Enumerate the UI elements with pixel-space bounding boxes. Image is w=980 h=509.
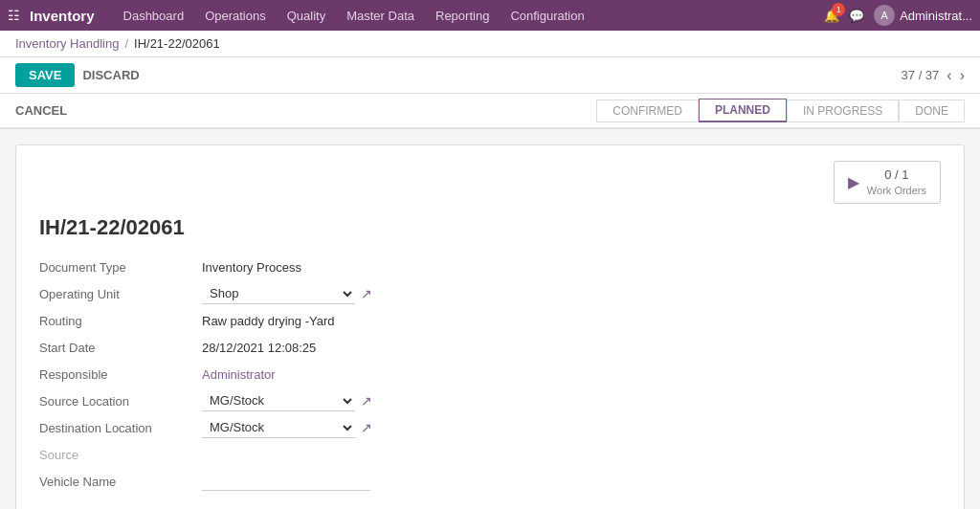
value-routing: Raw paddy drying -Yard <box>202 314 941 328</box>
work-orders-info: 0 / 1 Work Orders <box>867 167 926 197</box>
breadcrumb-current: IH/21-22/02061 <box>134 36 220 51</box>
source-location-ext-link[interactable]: ↗ <box>361 393 372 409</box>
user-label: Administrat... <box>900 9 972 23</box>
main-content: ▶ 0 / 1 Work Orders IH/21-22/02061 Docum… <box>0 129 980 509</box>
label-source-location: Source Location <box>39 394 202 409</box>
nav-configuration[interactable]: Configuration <box>501 5 593 27</box>
breadcrumb-parent[interactable]: Inventory Handling <box>15 36 119 51</box>
value-document-type: Inventory Process <box>202 260 941 275</box>
status-confirmed[interactable]: CONFIRMED <box>596 100 699 122</box>
work-orders-count: 0 / 1 <box>867 167 926 184</box>
field-document-type: Document Type Inventory Process <box>39 255 941 278</box>
app-title: Inventory <box>30 8 95 24</box>
label-routing: Routing <box>39 314 202 328</box>
app-grid-icon[interactable]: ☷ <box>8 8 20 23</box>
field-start-date: Start Date 28/12/2021 12:08:25 <box>39 336 941 359</box>
label-document-type: Document Type <box>39 260 202 275</box>
form-card: ▶ 0 / 1 Work Orders IH/21-22/02061 Docum… <box>15 144 965 509</box>
label-source: Source <box>39 448 202 462</box>
nav-quality[interactable]: Quality <box>278 5 335 27</box>
label-start-date: Start Date <box>39 341 202 355</box>
next-record-button[interactable]: › <box>960 67 965 84</box>
status-steps: CONFIRMED PLANNED IN PROGRESS DONE <box>596 99 965 122</box>
status-in-progress[interactable]: IN PROGRESS <box>787 100 899 122</box>
responsible-link[interactable]: Administrator <box>202 367 276 382</box>
field-routing: Routing Raw paddy drying -Yard <box>39 309 941 332</box>
field-vehicle-name: Vehicle Name <box>39 470 941 493</box>
field-operating-unit: Operating Unit Shop ↗ <box>39 282 941 305</box>
field-responsible: Responsible Administrator <box>39 363 941 386</box>
breadcrumb: Inventory Handling / IH/21-22/02061 <box>0 31 980 57</box>
nav-dashboard[interactable]: Dashboard <box>114 5 194 27</box>
save-button[interactable]: SAVE <box>15 63 75 87</box>
top-navigation: ☷ Inventory Dashboard Operations Quality… <box>0 0 980 31</box>
status-done[interactable]: DONE <box>899 100 965 122</box>
notification-icon[interactable]: 🔔 1 <box>824 9 839 23</box>
action-bar: SAVE DISCARD 37 / 37 ‹ › <box>0 57 980 94</box>
cancel-button[interactable]: CANCEL <box>15 103 67 118</box>
value-source-location: MG/Stock ↗ <box>202 390 941 411</box>
chat-icon[interactable]: 💬 <box>849 9 864 23</box>
avatar: A <box>874 5 895 26</box>
form-fields: Document Type Inventory Process Operatin… <box>39 255 941 493</box>
work-orders-area: ▶ 0 / 1 Work Orders <box>39 161 941 211</box>
work-orders-button[interactable]: ▶ 0 / 1 Work Orders <box>834 161 941 204</box>
field-destination-location: Destination Location MG/Stock ↗ <box>39 416 941 439</box>
play-icon: ▶ <box>848 173 859 191</box>
field-source: Source <box>39 443 941 466</box>
nav-reporting[interactable]: Reporting <box>426 5 499 27</box>
status-planned[interactable]: PLANNED <box>699 99 787 122</box>
record-position: 37 / 37 <box>902 68 940 82</box>
operating-unit-ext-link[interactable]: ↗ <box>361 286 372 301</box>
topbar-right: 🔔 1 💬 A Administrat... <box>824 5 972 26</box>
label-vehicle-name: Vehicle Name <box>39 475 202 489</box>
discard-button[interactable]: DISCARD <box>82 68 139 82</box>
notification-badge: 1 <box>832 3 845 16</box>
field-source-location: Source Location MG/Stock ↗ <box>39 389 941 412</box>
value-start-date: 28/12/2021 12:08:25 <box>202 341 941 355</box>
vehicle-name-input[interactable] <box>202 472 370 491</box>
document-title: IH/21-22/02061 <box>39 211 941 240</box>
nav-links: Dashboard Operations Quality Master Data… <box>114 5 821 27</box>
breadcrumb-separator: / <box>124 36 128 51</box>
value-operating-unit: Shop ↗ <box>202 283 941 304</box>
label-responsible: Responsible <box>39 367 202 382</box>
nav-master-data[interactable]: Master Data <box>337 5 424 27</box>
status-bar: CANCEL CONFIRMED PLANNED IN PROGRESS DON… <box>0 94 980 129</box>
source-location-select[interactable]: MG/Stock <box>202 390 355 411</box>
operating-unit-select[interactable]: Shop <box>202 283 355 304</box>
user-menu[interactable]: A Administrat... <box>874 5 972 26</box>
value-responsible: Administrator <box>202 367 941 382</box>
prev-record-button[interactable]: ‹ <box>947 67 951 84</box>
destination-location-ext-link[interactable]: ↗ <box>361 420 372 435</box>
label-destination-location: Destination Location <box>39 421 202 435</box>
destination-location-select[interactable]: MG/Stock <box>202 417 355 438</box>
record-nav: 37 / 37 ‹ › <box>902 67 965 84</box>
label-operating-unit: Operating Unit <box>39 287 202 301</box>
nav-operations[interactable]: Operations <box>195 5 276 27</box>
value-destination-location: MG/Stock ↗ <box>202 417 941 438</box>
work-orders-label: Work Orders <box>867 184 926 197</box>
